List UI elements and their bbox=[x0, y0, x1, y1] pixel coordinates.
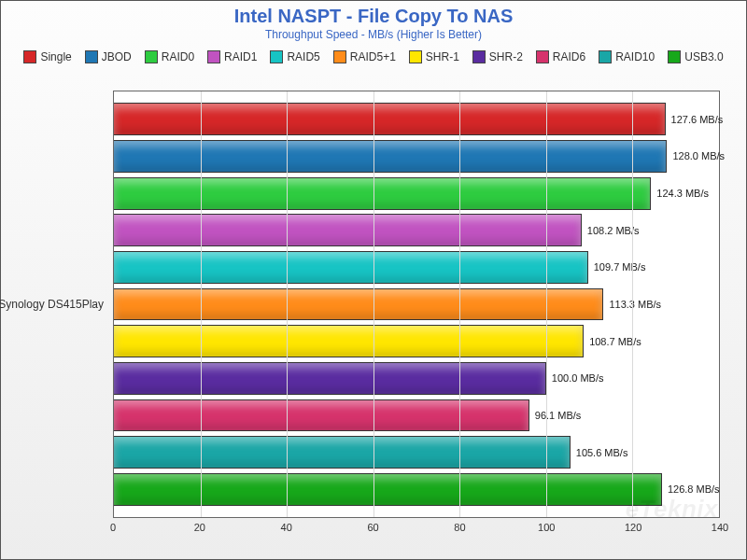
plot-area: Synology DS415Play 127.6 MB/s128.0 MB/s1… bbox=[113, 91, 720, 518]
legend-swatch bbox=[207, 50, 220, 63]
bar-row: 108.7 MB/s bbox=[114, 323, 719, 360]
bar-value-label: 96.1 MB/s bbox=[535, 410, 582, 421]
x-tick-label: 20 bbox=[194, 522, 205, 533]
legend-label: RAID1 bbox=[224, 50, 257, 63]
chart-frame: Intel NASPT - File Copy To NAS Throughpu… bbox=[0, 0, 747, 560]
legend-item: SHR-1 bbox=[409, 50, 459, 63]
x-tick-label: 140 bbox=[712, 522, 728, 533]
bar-value-label: 126.8 MB/s bbox=[668, 483, 720, 495]
legend-swatch bbox=[668, 50, 681, 63]
legend: SingleJBODRAID0RAID1RAID5RAID5+1SHR-1SHR… bbox=[1, 41, 746, 69]
bar-row: 96.1 MB/s bbox=[114, 397, 719, 434]
legend-item: RAID0 bbox=[145, 50, 194, 63]
title-block: Intel NASPT - File Copy To NAS Throughpu… bbox=[1, 1, 746, 41]
bar-row: 113.3 MB/s bbox=[114, 286, 719, 323]
legend-swatch bbox=[270, 50, 283, 63]
legend-item: RAID1 bbox=[207, 50, 257, 63]
bar-row: 124.3 MB/s bbox=[114, 175, 719, 212]
legend-item: RAID5+1 bbox=[333, 50, 396, 63]
legend-swatch bbox=[85, 50, 98, 63]
y-category-label: Synology DS415Play bbox=[0, 298, 113, 311]
grid-line bbox=[632, 91, 633, 517]
x-tick-label: 0 bbox=[110, 522, 116, 533]
legend-swatch bbox=[472, 50, 486, 63]
legend-label: JBOD bbox=[102, 50, 132, 63]
legend-item: RAID5 bbox=[270, 50, 319, 63]
legend-swatch bbox=[145, 50, 158, 63]
legend-label: SHR-2 bbox=[489, 50, 523, 63]
bars-container: 127.6 MB/s128.0 MB/s124.3 MB/s108.2 MB/s… bbox=[114, 91, 719, 517]
grid-line bbox=[546, 91, 547, 517]
bar bbox=[114, 325, 584, 357]
legend-item: Single bbox=[23, 50, 71, 63]
bar-value-label: 108.2 MB/s bbox=[587, 225, 640, 236]
bar-row: 108.2 MB/s bbox=[114, 212, 719, 249]
legend-swatch bbox=[333, 50, 346, 63]
bar bbox=[114, 140, 667, 173]
bar bbox=[114, 103, 666, 135]
legend-item: RAID6 bbox=[536, 50, 585, 63]
bar bbox=[114, 251, 588, 284]
bar-value-label: 113.3 MB/s bbox=[609, 299, 661, 310]
x-axis-ticks: 020406080100120140 bbox=[113, 518, 720, 546]
bar bbox=[114, 436, 571, 469]
grid-line bbox=[459, 91, 460, 517]
legend-item: JBOD bbox=[85, 50, 132, 63]
legend-item: SHR-2 bbox=[472, 50, 523, 63]
bar-row: 127.6 MB/s bbox=[114, 101, 719, 138]
chart-title: Intel NASPT - File Copy To NAS bbox=[1, 7, 746, 26]
legend-swatch bbox=[536, 50, 549, 63]
legend-label: RAID5+1 bbox=[350, 50, 396, 63]
bar-row: 100.0 MB/s bbox=[114, 359, 719, 397]
legend-label: RAID6 bbox=[553, 50, 585, 63]
legend-swatch bbox=[599, 50, 612, 63]
bar-value-label: 127.6 MB/s bbox=[671, 114, 724, 125]
legend-swatch bbox=[23, 50, 36, 63]
legend-item: RAID10 bbox=[599, 50, 655, 63]
bar bbox=[114, 473, 662, 506]
bar-row: 105.6 MB/s bbox=[114, 434, 719, 471]
chart-subtitle: Throughput Speed - MB/s (Higher Is Bette… bbox=[1, 28, 746, 41]
grid-line bbox=[374, 91, 374, 517]
legend-label: RAID0 bbox=[162, 50, 194, 63]
bar-row: 126.8 MB/s bbox=[114, 470, 719, 508]
grid-line bbox=[201, 91, 202, 517]
bar-value-label: 128.0 MB/s bbox=[672, 150, 725, 161]
bar-value-label: 100.0 MB/s bbox=[552, 372, 604, 384]
bar bbox=[114, 362, 546, 395]
bar-value-label: 124.3 MB/s bbox=[656, 188, 709, 199]
bar-value-label: 105.6 MB/s bbox=[576, 447, 628, 458]
legend-label: RAID10 bbox=[615, 50, 655, 63]
bar-row: 128.0 MB/s bbox=[114, 138, 719, 175]
x-tick-label: 120 bbox=[625, 522, 641, 533]
x-tick-label: 80 bbox=[454, 522, 465, 533]
legend-label: Single bbox=[40, 50, 71, 63]
legend-label: USB3.0 bbox=[684, 50, 723, 63]
x-tick-label: 100 bbox=[538, 522, 555, 533]
bar bbox=[114, 399, 529, 432]
x-tick-label: 60 bbox=[367, 522, 378, 533]
bar bbox=[114, 214, 582, 246]
plot: 127.6 MB/s128.0 MB/s124.3 MB/s108.2 MB/s… bbox=[113, 91, 720, 518]
legend-item: USB3.0 bbox=[668, 50, 723, 63]
x-tick-label: 40 bbox=[281, 522, 292, 533]
bar bbox=[114, 177, 651, 210]
bar-value-label: 109.7 MB/s bbox=[594, 261, 646, 273]
grid-line bbox=[287, 91, 288, 517]
legend-label: RAID5 bbox=[287, 50, 319, 63]
legend-swatch bbox=[409, 50, 422, 63]
legend-label: SHR-1 bbox=[426, 50, 459, 63]
bar bbox=[114, 288, 603, 321]
bar-row: 109.7 MB/s bbox=[114, 249, 719, 287]
